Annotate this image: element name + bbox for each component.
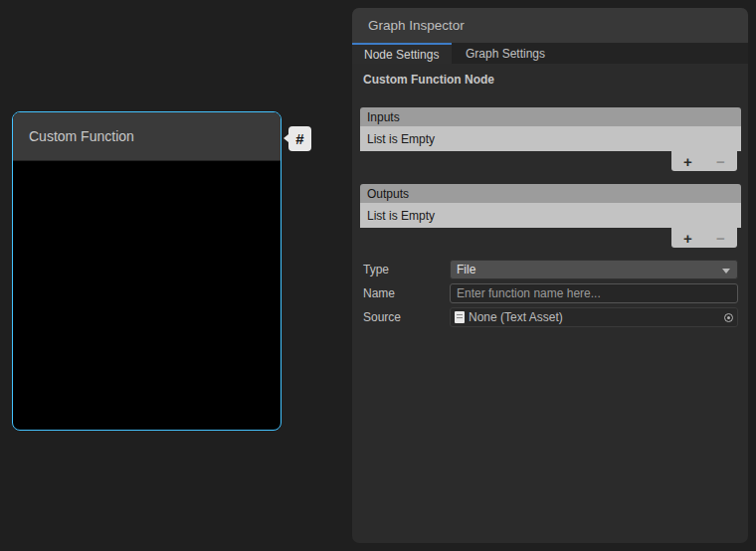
type-dropdown-value: File	[457, 263, 475, 276]
chevron-down-icon	[722, 269, 730, 274]
badge-tail	[284, 134, 288, 142]
section-title: Custom Function Node	[363, 73, 748, 88]
node-hash-badge[interactable]: #	[288, 126, 311, 151]
inputs-empty-label: List is Empty	[367, 132, 435, 146]
source-label: Source	[363, 310, 450, 324]
name-field-row: Name	[363, 283, 738, 303]
property-fields: Type File Name Source None (Text Asset)	[352, 260, 748, 327]
inputs-list-header-label: Inputs	[367, 110, 400, 124]
inputs-list-footer: + −	[360, 151, 741, 171]
panel-title: Graph Inspector	[368, 18, 465, 33]
object-picker-icon	[724, 313, 733, 322]
object-picker-button[interactable]	[719, 308, 737, 326]
inputs-list-header: Inputs	[360, 107, 741, 126]
graph-inspector-panel: Graph Inspector Node Settings Graph Sett…	[352, 8, 748, 543]
tab-graph-settings-label: Graph Settings	[466, 47, 545, 61]
outputs-list: Outputs List is Empty + −	[360, 184, 741, 248]
outputs-add-button[interactable]: +	[678, 231, 698, 246]
outputs-list-empty-row: List is Empty	[360, 203, 741, 228]
inputs-remove-button[interactable]: −	[711, 154, 731, 169]
source-object-value: None (Text Asset)	[469, 310, 719, 324]
type-dropdown[interactable]: File	[450, 260, 738, 279]
source-field-row: Source None (Text Asset)	[363, 307, 738, 327]
outputs-list-footer: + −	[360, 228, 741, 248]
panel-header[interactable]: Graph Inspector	[352, 8, 748, 43]
function-name-input[interactable]	[450, 283, 738, 303]
text-asset-icon	[455, 311, 465, 323]
custom-function-node[interactable]: Custom Function	[12, 111, 282, 431]
tab-graph-settings[interactable]: Graph Settings	[452, 43, 559, 64]
node-header[interactable]: Custom Function	[13, 112, 281, 161]
tab-node-settings-label: Node Settings	[364, 48, 439, 62]
source-object-field[interactable]: None (Text Asset)	[450, 307, 738, 327]
inputs-list-empty-row: List is Empty	[360, 126, 741, 151]
inputs-add-button[interactable]: +	[678, 154, 698, 169]
name-label: Name	[363, 286, 450, 300]
outputs-remove-button[interactable]: −	[711, 231, 731, 246]
node-title: Custom Function	[29, 128, 134, 144]
inputs-list: Inputs List is Empty + −	[360, 107, 741, 171]
inputs-footer-buttons: + −	[671, 151, 737, 171]
type-field-row: Type File	[363, 260, 738, 279]
outputs-list-header-label: Outputs	[367, 187, 409, 201]
outputs-footer-buttons: + −	[671, 228, 737, 248]
outputs-list-header: Outputs	[360, 184, 741, 203]
outputs-empty-label: List is Empty	[367, 209, 435, 223]
inspector-tabbar: Node Settings Graph Settings	[352, 43, 748, 64]
type-label: Type	[363, 263, 450, 276]
hash-icon: #	[295, 130, 303, 147]
tab-node-settings[interactable]: Node Settings	[352, 43, 452, 64]
